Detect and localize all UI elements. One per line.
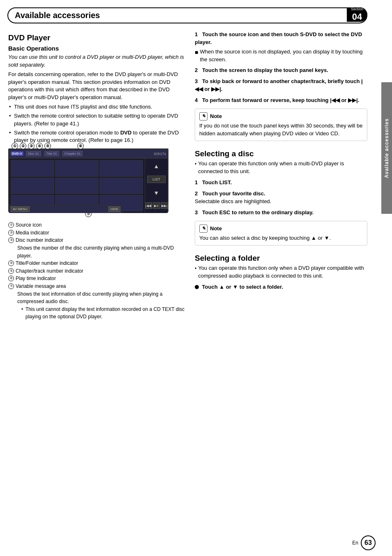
legend-subbullet-7: • This unit cannot display the text info… bbox=[8, 306, 185, 321]
bullets-list: This unit does not have ITS playlist and… bbox=[8, 103, 185, 144]
legend-num-5: ⑤ bbox=[8, 268, 14, 274]
filled-circle-icon bbox=[195, 285, 199, 289]
screen-info-bar: Disc 01 Title 01 Chapter 01 bbox=[26, 151, 83, 156]
legend-num-6: ⑥ bbox=[8, 276, 14, 281]
legend-item-6: ⑥ Play time indicator bbox=[8, 275, 185, 283]
list-item: This unit does not have ITS playlist and… bbox=[8, 103, 185, 111]
selecting-folder-title: Selecting a folder bbox=[195, 254, 367, 263]
sd-step-1: 1 Touch LIST. bbox=[195, 179, 367, 187]
arrow-down-icon[interactable]: ▼ bbox=[154, 190, 159, 196]
legend-item-4: ④ Title/Folder number indicator bbox=[8, 259, 185, 267]
skip-fwd-btn[interactable]: ▶▶| bbox=[161, 202, 168, 209]
sd-step-1-header: 1 Touch LIST. bbox=[195, 179, 367, 187]
note-box-1: ✎ Note If you do not use the touch panel… bbox=[195, 109, 367, 141]
right-column: 1 Touch the source icon and then touch S… bbox=[195, 28, 380, 321]
chapter-indicator: Chapter 01 bbox=[62, 151, 83, 156]
circle-3: ③ bbox=[28, 143, 35, 149]
time-indicator: 01h17s bbox=[154, 152, 166, 156]
screen-top-bar: DVD-V Disc 01 Title 01 Chapter 01 01h17s bbox=[9, 149, 168, 158]
side-label: Available accessories bbox=[381, 82, 392, 214]
legend-text-2: Media indicator bbox=[16, 229, 185, 237]
circle-1: ① bbox=[12, 143, 18, 149]
page-footer: En 63 bbox=[352, 535, 376, 550]
circle-5: ⑤ bbox=[44, 143, 51, 149]
legend-num-4: ④ bbox=[8, 260, 14, 266]
step-2: 2 Touch the screen to display the touch … bbox=[195, 67, 367, 74]
note-2-text: You can also select a disc by keeping to… bbox=[199, 234, 363, 242]
main-title: DVD Player bbox=[8, 33, 185, 42]
note-icon-2: ✎ bbox=[199, 225, 208, 233]
sf-step-1-header: Touch ▲ or ▼ to select a folder. bbox=[201, 283, 283, 291]
selecting-disc-title: Selecting a disc bbox=[195, 149, 367, 158]
hide-btn[interactable]: HIDE bbox=[108, 206, 120, 212]
legend-text-4: Title/Folder number indicator bbox=[16, 259, 185, 267]
grid-cell bbox=[11, 178, 54, 194]
legend-num-1: ① bbox=[8, 222, 14, 228]
step-3: 3 To skip back or forward to another cha… bbox=[195, 78, 367, 93]
legend-item-5: ⑤ Chapter/track number indicator bbox=[8, 267, 185, 275]
legend-sub-7: Shows the text information of disc curre… bbox=[8, 290, 185, 306]
legend-num-3: ③ bbox=[8, 237, 14, 243]
selecting-folder-section: Selecting a folder • You can operate thi… bbox=[195, 254, 367, 291]
disc-indicator: Disc 01 bbox=[26, 151, 41, 156]
legend-subbullet-text-7: • This unit cannot display the text info… bbox=[21, 306, 185, 321]
step-1-bullet: ■ When the source icon is not displayed,… bbox=[195, 48, 367, 64]
dvd-screen: DVD-V Disc 01 Title 01 Chapter 01 01h17s bbox=[8, 148, 168, 212]
selecting-disc-bullet-text: You can operate this function only when … bbox=[198, 160, 367, 176]
note-2-label: Note bbox=[210, 225, 222, 232]
nav-buttons-row: |◀◀ ▶II ▶▶| bbox=[145, 202, 168, 209]
screen-left: AV MENU HIDE bbox=[9, 158, 145, 213]
list-item: Switch the remote control selection to s… bbox=[8, 112, 185, 128]
step-3-header: 3 To skip back or forward to another cha… bbox=[195, 78, 367, 93]
sd-step-2: 2 Touch your favorite disc. Selectable d… bbox=[195, 190, 367, 206]
legend-item-7: ⑦ Variable message area bbox=[8, 283, 185, 290]
skip-back-btn[interactable]: |◀◀ bbox=[145, 202, 152, 209]
selecting-disc-bullet: • You can operate this function only whe… bbox=[195, 160, 367, 176]
step-1-bullet-text: When the source icon is not displayed, y… bbox=[200, 48, 367, 64]
section-number: 04 bbox=[352, 12, 362, 22]
grid-cell bbox=[11, 160, 54, 176]
legend-list: ① Source icon ② Media indicator ③ Disc n… bbox=[8, 221, 185, 321]
section-label: Section bbox=[351, 7, 363, 12]
circle-4: ④ bbox=[36, 143, 43, 149]
legend-text-1: Source icon bbox=[16, 221, 185, 229]
grid-cell bbox=[55, 178, 99, 194]
grid-cell bbox=[55, 160, 99, 176]
sd-step-3-header: 3 Touch ESC to return to the ordinary di… bbox=[195, 209, 367, 217]
legend-sub-text-7: Shows the text information of disc curre… bbox=[17, 290, 185, 306]
selecting-folder-bullet-text: You can operate this function only when … bbox=[198, 264, 367, 280]
screen-bottom-bar: AV MENU HIDE bbox=[9, 205, 122, 213]
selecting-disc-section: Selecting a disc • You can operate this … bbox=[195, 149, 367, 246]
legend-sub-3: Shows the number of the disc currently p… bbox=[8, 244, 185, 259]
note-1-text: If you do not use the touch panel keys w… bbox=[199, 122, 363, 138]
list-btn[interactable]: LIST bbox=[147, 176, 166, 183]
note-1-label: Note bbox=[210, 113, 222, 119]
legend-text-7: Variable message area bbox=[16, 283, 185, 290]
selecting-folder-bullet: • You can operate this function only whe… bbox=[195, 264, 367, 280]
legend-item-2: ② Media indicator bbox=[8, 229, 185, 237]
av-menu-btn[interactable]: AV MENU bbox=[11, 206, 30, 212]
sf-step-1: Touch ▲ or ▼ to select a folder. bbox=[195, 283, 367, 291]
dvd-screen-container: ① ② ③ ④ ⑤ ⑥ DVD-V Disc 01 Title 01 Chapt… bbox=[8, 148, 168, 217]
circle-6: ⑥ bbox=[77, 143, 84, 149]
legend-text-5: Chapter/track number indicator bbox=[16, 267, 185, 275]
page-header: Available accessories Section 04 bbox=[7, 7, 367, 23]
note-icon-1: ✎ bbox=[199, 112, 208, 120]
sf-step-1-bullet: Touch ▲ or ▼ to select a folder. bbox=[195, 283, 367, 291]
title-indicator: Title 01 bbox=[44, 151, 59, 156]
arrow-up-icon[interactable]: ▲ bbox=[154, 163, 159, 169]
play-pause-btn[interactable]: ▶II bbox=[153, 202, 160, 209]
legend-num-2: ② bbox=[8, 230, 14, 236]
footer-lang: En bbox=[352, 540, 358, 546]
legend-sub-text-3: Shows the number of the disc currently p… bbox=[17, 244, 185, 259]
screen-content: AV MENU HIDE ▲ LIST ▼ |◀◀ ▶II bbox=[9, 158, 168, 213]
step-2-header: 2 Touch the screen to display the touch … bbox=[195, 67, 367, 74]
step-1: 1 Touch the source icon and then touch S… bbox=[195, 31, 367, 63]
step-4: 4 To perform fast forward or reverse, ke… bbox=[195, 97, 367, 104]
legend-text-6: Play time indicator bbox=[16, 275, 185, 283]
note-box-2: ✎ Note You can also select a disc by kee… bbox=[195, 221, 367, 246]
sd-step-3: 3 Touch ESC to return to the ordinary di… bbox=[195, 209, 367, 217]
sd-step-2-body: Selectable discs are highlighted. bbox=[195, 198, 367, 206]
step-1-header: 1 Touch the source icon and then touch S… bbox=[195, 31, 367, 46]
note-1-header: ✎ Note bbox=[199, 112, 363, 120]
